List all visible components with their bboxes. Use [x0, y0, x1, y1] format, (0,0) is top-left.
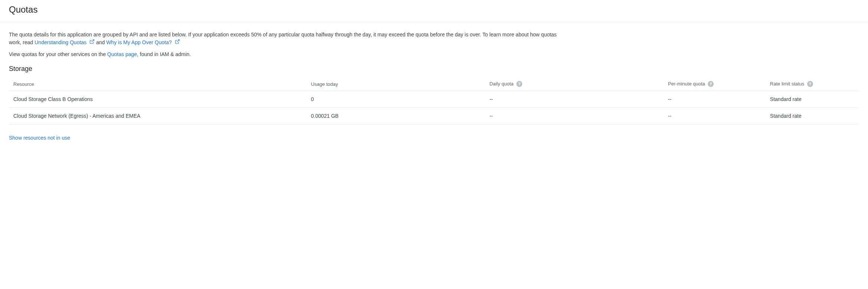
col-header-ratelimit-text: Rate limit status: [770, 81, 804, 87]
col-header-ratelimit: Rate limit status ?: [766, 77, 859, 91]
table-row: Cloud Storage Class B Operations 0 -- --…: [9, 91, 859, 108]
description-line-2-post: , found in IAM & admin.: [137, 51, 191, 57]
col-header-perminute: Per-minute quota ?: [664, 77, 766, 91]
external-link-icon: [89, 39, 95, 46]
cell-daily: --: [485, 91, 664, 108]
cell-usage: 0.00021 GB: [306, 108, 485, 124]
cell-daily: --: [485, 108, 664, 124]
cell-ratelimit: Standard rate: [766, 91, 859, 108]
quotas-page-link[interactable]: Quotas page: [107, 51, 137, 57]
understanding-quotas-link[interactable]: Understanding Quotas: [34, 39, 96, 45]
help-icon[interactable]: ?: [708, 81, 714, 87]
description-line-2-pre: View quotas for your other services on t…: [9, 51, 107, 57]
show-resources-link[interactable]: Show resources not in use: [9, 135, 70, 141]
col-header-resource: Resource: [9, 77, 306, 91]
why-over-quota-link-text: Why is My App Over Quota?: [106, 39, 172, 45]
col-header-daily-text: Daily quota: [490, 81, 514, 87]
page-header: Quotas: [0, 0, 868, 22]
description-text-2: and: [96, 39, 106, 45]
cell-resource: Cloud Storage Network (Egress) - America…: [9, 108, 306, 124]
page-title: Quotas: [9, 4, 859, 15]
quota-table: Resource Usage today Daily quota ? Per-m…: [9, 77, 859, 125]
description-paragraph: The quota details for this application a…: [9, 31, 569, 47]
cell-perminute: --: [664, 91, 766, 108]
help-icon[interactable]: ?: [516, 81, 522, 87]
why-over-quota-link[interactable]: Why is My App Over Quota?: [106, 39, 180, 45]
description-line-2: View quotas for your other services on t…: [9, 51, 859, 58]
table-row: Cloud Storage Network (Egress) - America…: [9, 108, 859, 124]
page-content: The quota details for this application a…: [0, 22, 868, 141]
col-header-perminute-text: Per-minute quota: [668, 81, 705, 87]
understanding-quotas-link-text: Understanding Quotas: [34, 39, 86, 45]
col-header-daily: Daily quota ?: [485, 77, 664, 91]
col-header-usage: Usage today: [306, 77, 485, 91]
cell-usage: 0: [306, 91, 485, 108]
cell-resource: Cloud Storage Class B Operations: [9, 91, 306, 108]
cell-ratelimit: Standard rate: [766, 108, 859, 124]
section-title-storage: Storage: [9, 65, 859, 73]
table-header-row: Resource Usage today Daily quota ? Per-m…: [9, 77, 859, 91]
external-link-icon: [175, 39, 180, 46]
cell-perminute: --: [664, 108, 766, 124]
help-icon[interactable]: ?: [807, 81, 813, 87]
svg-line-0: [92, 40, 94, 42]
svg-line-1: [177, 40, 179, 42]
